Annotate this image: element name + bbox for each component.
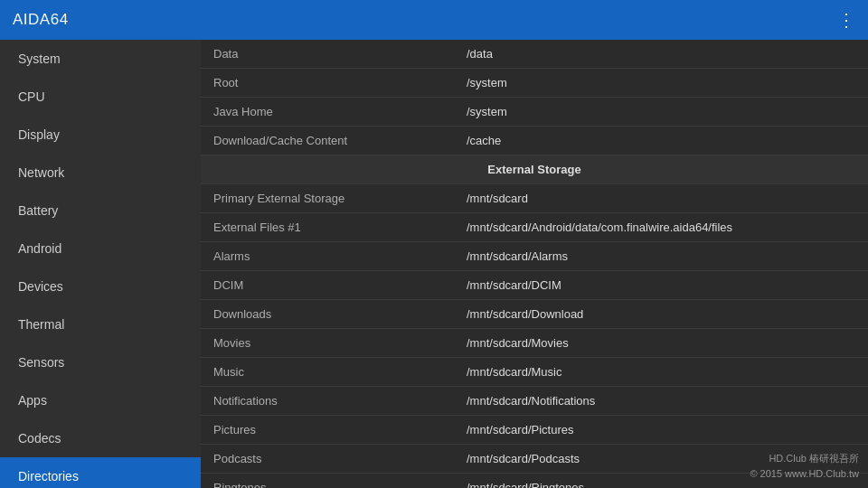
table-row: Ringtones/mnt/sdcard/Ringtones [201,474,868,489]
sidebar-item-directories[interactable]: Directories [0,457,201,488]
topbar: AIDA64 ⋮ [0,0,868,40]
sidebar-item-network[interactable]: Network [0,154,201,192]
sidebar-item-apps[interactable]: Apps [0,381,201,419]
row-value: /mnt/sdcard [454,184,868,213]
row-label: Pictures [201,416,454,445]
row-label: Podcasts [201,445,454,474]
menu-icon[interactable]: ⋮ [837,9,855,31]
row-value: /mnt/sdcard/DCIM [454,271,868,300]
row-label: Ringtones [201,474,454,489]
table-row: Notifications/mnt/sdcard/Notifications [201,387,868,416]
table-row: Alarms/mnt/sdcard/Alarms [201,242,868,271]
row-value: /mnt/sdcard/Podcasts [454,445,868,474]
sidebar-item-sensors[interactable]: Sensors [0,343,201,381]
table-row: Downloads/mnt/sdcard/Download [201,300,868,329]
row-value: /mnt/sdcard/Android/data/com.finalwire.a… [454,213,868,242]
directories-table: Data/dataRoot/systemJava Home/systemDown… [201,40,868,488]
row-value: /system [454,69,868,98]
sidebar: SystemCPUDisplayNetworkBatteryAndroidDev… [0,40,201,488]
sidebar-item-android[interactable]: Android [0,230,201,267]
table-row: Java Home/system [201,98,868,127]
row-value: /mnt/sdcard/Movies [454,329,868,358]
app-title: AIDA64 [13,11,69,29]
row-value: /mnt/sdcard/Music [454,358,868,387]
sidebar-item-battery[interactable]: Battery [0,192,201,230]
row-label: External Files #1 [201,213,454,242]
row-value: /mnt/sdcard/Notifications [454,387,868,416]
row-value: /data [454,40,868,69]
sidebar-item-thermal[interactable]: Thermal [0,305,201,343]
row-value: /mnt/sdcard/Ringtones [454,474,868,489]
row-label: Data [201,40,454,69]
row-label: DCIM [201,271,454,300]
table-row: Podcasts/mnt/sdcard/Podcasts [201,445,868,474]
sidebar-item-cpu[interactable]: CPU [0,78,201,116]
table-row: DCIM/mnt/sdcard/DCIM [201,271,868,300]
row-label: Movies [201,329,454,358]
sidebar-item-codecs[interactable]: Codecs [0,419,201,457]
row-label: Notifications [201,387,454,416]
table-row: Primary External Storage/mnt/sdcard [201,184,868,213]
row-label: Root [201,69,454,98]
row-value: /mnt/sdcard/Download [454,300,868,329]
row-value: /mnt/sdcard/Pictures [454,416,868,445]
row-value: /system [454,98,868,127]
row-value: /cache [454,127,868,155]
sidebar-item-devices[interactable]: Devices [0,267,201,305]
table-row: Music/mnt/sdcard/Music [201,358,868,387]
table-row: Data/data [201,40,868,69]
table-row: Download/Cache Content/cache [201,127,868,155]
main-content: Data/dataRoot/systemJava Home/systemDown… [201,40,868,488]
row-label: Music [201,358,454,387]
row-label: Download/Cache Content [201,127,454,155]
table-row: External Files #1/mnt/sdcard/Android/dat… [201,213,868,242]
table-row: Root/system [201,69,868,98]
sidebar-item-display[interactable]: Display [0,116,201,154]
row-label: Java Home [201,98,454,127]
table-row: Movies/mnt/sdcard/Movies [201,329,868,358]
row-value: /mnt/sdcard/Alarms [454,242,868,271]
row-label: Alarms [201,242,454,271]
row-label: Primary External Storage [201,184,454,213]
sidebar-item-system[interactable]: System [0,40,201,78]
row-label: Downloads [201,300,454,329]
table-row: Pictures/mnt/sdcard/Pictures [201,416,868,445]
section-external-storage: External Storage [201,155,868,184]
